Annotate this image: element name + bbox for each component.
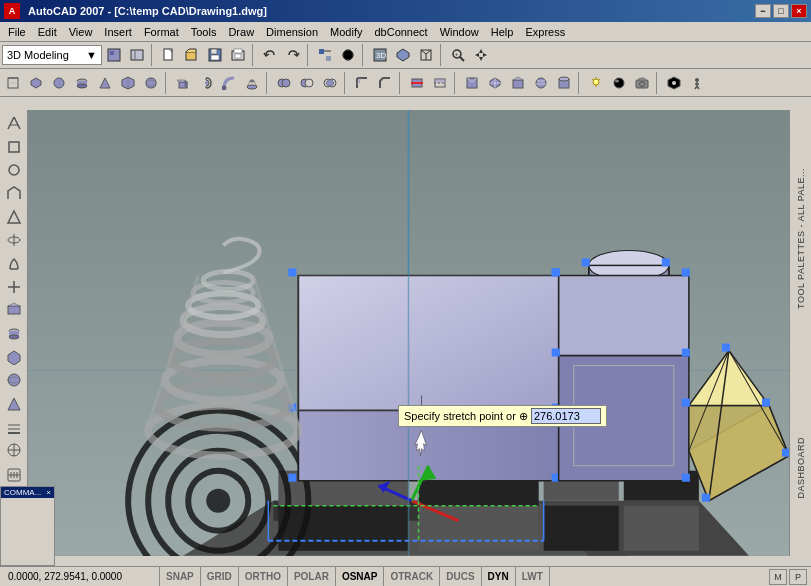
tb-icon-2[interactable] xyxy=(126,44,148,66)
side-btn-2[interactable] xyxy=(2,135,26,157)
tb-model-5[interactable] xyxy=(94,72,116,94)
dashboard-label[interactable]: DASHBOARD xyxy=(796,437,806,499)
svg-rect-68 xyxy=(513,80,523,88)
tb-visual-3[interactable] xyxy=(507,72,529,94)
side-btn-4[interactable] xyxy=(2,182,26,204)
tool-palettes-label[interactable]: TOOL PALETTES - ALL PALE... xyxy=(796,168,806,309)
side-btn-1[interactable] xyxy=(2,112,26,134)
menu-edit[interactable]: Edit xyxy=(32,24,63,40)
tb-section[interactable] xyxy=(429,72,451,94)
command-close[interactable]: × xyxy=(46,488,51,497)
tb-model-4[interactable] xyxy=(71,72,93,94)
minimize-button[interactable]: − xyxy=(755,4,771,18)
tb-model-6[interactable] xyxy=(117,72,139,94)
menu-dimension[interactable]: Dimension xyxy=(260,24,324,40)
command-title: COMMA... × xyxy=(1,487,54,498)
tb-matchprop[interactable] xyxy=(314,44,336,66)
tb-walkthrough[interactable] xyxy=(686,72,708,94)
tb-save[interactable] xyxy=(204,44,226,66)
side-btn-13[interactable] xyxy=(2,393,26,415)
side-btn-10[interactable] xyxy=(2,322,26,344)
polar-button[interactable]: POLAR xyxy=(288,567,336,586)
tb-zoom[interactable]: + xyxy=(447,44,469,66)
side-btn-5[interactable] xyxy=(2,206,26,228)
otrack-button[interactable]: OTRACK xyxy=(384,567,440,586)
svg-line-93 xyxy=(14,117,20,129)
status-paper[interactable]: P xyxy=(789,569,807,585)
tb-extrude[interactable] xyxy=(172,72,194,94)
tb-fillet[interactable] xyxy=(351,72,373,94)
tb-model-2[interactable] xyxy=(25,72,47,94)
tb-view2[interactable] xyxy=(392,44,414,66)
tb-new[interactable] xyxy=(158,44,180,66)
menu-tools[interactable]: Tools xyxy=(185,24,223,40)
svg-point-54 xyxy=(305,79,313,87)
tb-loft[interactable] xyxy=(241,72,263,94)
tb-redo[interactable] xyxy=(282,44,304,66)
tb-sep-2 xyxy=(252,44,256,66)
dyn-button[interactable]: DYN xyxy=(482,567,516,586)
title-bar-controls[interactable]: − □ × xyxy=(755,4,807,18)
side-btn-15[interactable] xyxy=(2,439,26,461)
tb-icon-1[interactable] xyxy=(103,44,125,66)
menu-file[interactable]: File xyxy=(2,24,32,40)
menu-view[interactable]: View xyxy=(63,24,99,40)
tb-visual-5[interactable] xyxy=(553,72,575,94)
side-btn-9[interactable] xyxy=(2,299,26,321)
tb-visual-2[interactable] xyxy=(484,72,506,94)
menu-help[interactable]: Help xyxy=(485,24,520,40)
side-btn-3[interactable] xyxy=(2,159,26,181)
tb-sweep[interactable] xyxy=(218,72,240,94)
tb-visual-4[interactable] xyxy=(530,72,552,94)
snap-button[interactable]: SNAP xyxy=(160,567,201,586)
status-model[interactable]: M xyxy=(769,569,787,585)
lwt-button[interactable]: LWT xyxy=(516,567,550,586)
tb-model-3[interactable] xyxy=(48,72,70,94)
tb-light[interactable] xyxy=(585,72,607,94)
tb-camera[interactable] xyxy=(631,72,653,94)
drawing-area[interactable]: Specify stretch point or ⊕ xyxy=(28,110,789,556)
tb-view3[interactable] xyxy=(415,44,437,66)
tb-undo[interactable] xyxy=(259,44,281,66)
side-btn-calc[interactable] xyxy=(2,464,26,486)
tb-union[interactable] xyxy=(273,72,295,94)
tb-intersect[interactable] xyxy=(319,72,341,94)
grid-button[interactable]: GRID xyxy=(201,567,239,586)
menu-modify[interactable]: Modify xyxy=(324,24,368,40)
tb-model-7[interactable] xyxy=(140,72,162,94)
side-btn-11[interactable] xyxy=(2,346,26,368)
stretch-tooltip: Specify stretch point or ⊕ xyxy=(398,405,607,427)
tb-material[interactable] xyxy=(608,72,630,94)
menu-draw[interactable]: Draw xyxy=(222,24,260,40)
ortho-button[interactable]: ORTHO xyxy=(239,567,288,586)
tb-subtract[interactable] xyxy=(296,72,318,94)
side-btn-6[interactable] xyxy=(2,229,26,251)
side-btn-8[interactable] xyxy=(2,276,26,298)
tb-render-btn[interactable] xyxy=(663,72,685,94)
tb-plot[interactable] xyxy=(227,44,249,66)
side-btn-12[interactable] xyxy=(2,369,26,391)
stretch-input[interactable] xyxy=(531,408,601,424)
tb-open[interactable] xyxy=(181,44,203,66)
side-btn-7[interactable] xyxy=(2,252,26,274)
maximize-button[interactable]: □ xyxy=(773,4,789,18)
menu-dbconnect[interactable]: dbConnect xyxy=(368,24,433,40)
tb-pan[interactable] xyxy=(470,44,492,66)
menu-format[interactable]: Format xyxy=(138,24,185,40)
osnap-button[interactable]: OSNAP xyxy=(336,567,385,586)
menu-insert[interactable]: Insert xyxy=(98,24,138,40)
tb-revolve[interactable] xyxy=(195,72,217,94)
close-button[interactable]: × xyxy=(791,4,807,18)
tb-model-1[interactable] xyxy=(2,72,24,94)
tb-slice[interactable] xyxy=(406,72,428,94)
side-btn-14[interactable] xyxy=(2,416,26,438)
workspace-dropdown[interactable]: 3D Modeling ▼ xyxy=(2,45,102,65)
menu-window[interactable]: Window xyxy=(434,24,485,40)
svg-point-35 xyxy=(54,78,64,88)
tb-visual-style[interactable] xyxy=(461,72,483,94)
tb-render[interactable] xyxy=(337,44,359,66)
tb-chamfer[interactable] xyxy=(374,72,396,94)
ducs-button[interactable]: DUCS xyxy=(440,567,481,586)
tb-view1[interactable]: 3D xyxy=(369,44,391,66)
menu-express[interactable]: Express xyxy=(519,24,571,40)
